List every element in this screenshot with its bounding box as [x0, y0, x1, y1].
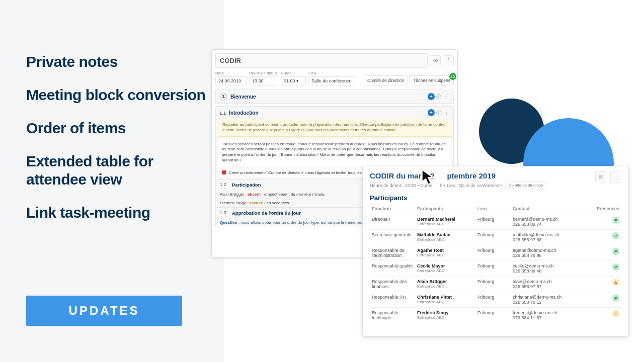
start-input[interactable]: 13:30	[249, 76, 278, 85]
paragraph-block[interactable]: Tous les services seront passés en revue…	[218, 139, 451, 166]
section-heading: Participants	[370, 194, 621, 202]
cell-contact: mathilde@demo-ms.ch026 658 97 88	[511, 230, 591, 245]
cell-participant: Alain BrüggerEntreprise ABC	[415, 277, 475, 292]
panel-subtitle: Heure de début : 13:30 • Durée	[370, 183, 433, 188]
feature-item: Extended table for attendee view	[26, 152, 207, 189]
cell-contact: bernard@demo-ms.ch026 658 88 74	[511, 214, 591, 230]
col-fonction: Fonction	[370, 204, 415, 214]
cell-lieu: Fribourg	[475, 277, 511, 292]
agenda-number: 1	[219, 93, 227, 101]
task-status-icon	[222, 170, 226, 174]
pending-count-badge: 10	[449, 73, 456, 80]
more-icon[interactable]: ⋮	[444, 94, 450, 100]
cell-presence: P	[591, 214, 621, 230]
presence-badge: P	[612, 217, 619, 224]
add-block-button[interactable]: +	[428, 93, 435, 100]
meeting-title-input[interactable]: CODIR	[215, 53, 428, 68]
more-icon[interactable]: ⋮	[610, 171, 621, 183]
cell-presence: A	[591, 277, 621, 292]
cell-fonction: Directeur	[370, 214, 415, 230]
agenda-title[interactable]: Participation	[232, 182, 261, 188]
more-icon[interactable]: ⋮	[443, 55, 454, 66]
cell-presence: P	[591, 292, 621, 308]
cell-participant: Cécile MayorEntreprise ABC	[415, 261, 475, 277]
status-absent: absent	[248, 192, 261, 197]
cell-lieu: Fribourg	[475, 308, 511, 323]
panel-title: CODIR du mardi 2..septembre 2019	[370, 171, 593, 180]
col-participants: Participants	[415, 204, 475, 214]
feature-item: Order of items	[26, 119, 207, 137]
table-row[interactable]: Responsable qualité Cécile MayorEntrepri…	[370, 261, 621, 277]
duration-label: Durée	[281, 71, 306, 75]
cell-contact: alain@demo-ms.ch026 658 97 87	[511, 277, 591, 292]
agenda-title[interactable]: Bienvenue	[230, 94, 425, 100]
table-row[interactable]: Responsable technique Frédéric SingyEntr…	[370, 308, 621, 323]
committee-chip[interactable]: Comité de direction	[364, 75, 408, 85]
presence-badge: E	[612, 310, 619, 317]
add-block-button[interactable]: +	[428, 109, 435, 116]
cell-contact: cecile@demo-ms.ch026 658 99 48	[511, 261, 591, 277]
table-row[interactable]: Directeur Bernard MacherelEntreprise ABC…	[370, 214, 621, 230]
cell-participant: Bernard MacherelEntreprise ABC	[415, 214, 475, 230]
presence-badge: P	[612, 232, 619, 239]
feature-list: Private notes Meeting block conversion O…	[26, 53, 207, 237]
cell-fonction: Responsable RH	[370, 292, 415, 308]
location-input[interactable]: Salle de conférence	[308, 76, 356, 85]
start-label: Heure de début	[249, 71, 278, 75]
table-row[interactable]: Secrétaire générale Mathilde SudanEntrep…	[370, 230, 621, 245]
cell-presence: P	[591, 230, 621, 245]
committee-chip[interactable]: Comité de direction	[505, 182, 547, 189]
table-row[interactable]: Responsable des finances Alain BrüggerEn…	[370, 277, 621, 292]
feature-item: Meeting block conversion	[26, 86, 207, 104]
agenda-number: 1.1	[219, 110, 226, 116]
question-label: Question	[220, 220, 237, 225]
cell-presence: P	[591, 245, 621, 261]
cell-fonction: Responsable de l'administration	[370, 245, 415, 261]
panel-subtitle: h • Lieu : Salle de conférence •	[440, 183, 502, 188]
agenda-number: 1.2	[220, 182, 229, 187]
info-icon[interactable]: ⓘ	[436, 94, 442, 100]
pending-tasks-chip[interactable]: Tâches en suspens 10	[410, 75, 454, 85]
participants-panel: CODIR du mardi 2..septembre 2019 Heure d…	[362, 166, 629, 337]
agenda-title[interactable]: Approbation de l'ordre du jour	[232, 210, 301, 216]
col-contact: Contact	[511, 204, 591, 214]
col-lieu: Lieu	[475, 204, 511, 214]
info-icon[interactable]: ⓘ	[436, 110, 442, 116]
presence-badge: P	[612, 263, 619, 270]
mail-icon[interactable]: ✉	[430, 55, 441, 66]
participants-table: Fonction Participants Lieu Contact Prése…	[370, 204, 621, 323]
more-icon[interactable]: ⋮	[444, 110, 450, 116]
cell-fonction: Responsable technique	[370, 308, 415, 323]
cell-presence: E	[591, 308, 621, 323]
cell-lieu: Fribourg	[475, 261, 511, 277]
date-label: Date	[215, 71, 247, 75]
cell-contact: christiane@demo-ms.ch026 658 78 12	[511, 292, 591, 308]
table-row[interactable]: Responsable de l'administration Agathe R…	[370, 245, 621, 261]
col-presences: Présences	[591, 204, 621, 214]
agenda-number: 1.3	[220, 210, 229, 215]
pending-tasks-label: Tâches en suspens	[413, 78, 450, 83]
task-text: Créer un événement "Comité de direction"…	[229, 170, 383, 175]
location-label: Lieu	[308, 71, 356, 75]
highlight-paragraph[interactable]: Rappeler au participant comment procéder…	[218, 119, 451, 137]
cell-fonction: Responsable des finances	[370, 277, 415, 292]
cell-lieu: Fribourg	[475, 230, 511, 245]
cell-participant: Mathilde SudanEntreprise ABC	[415, 230, 475, 245]
status-excused: excusé	[249, 201, 263, 205]
cell-lieu: Fribourg	[475, 292, 511, 308]
duration-select[interactable]: 01:00 ▾	[281, 76, 306, 85]
presence-badge: P	[612, 295, 619, 302]
cell-participant: Frédéric SingyEntreprise ABC	[415, 308, 475, 323]
mail-icon[interactable]: ✉	[595, 171, 606, 183]
feature-item: Private notes	[26, 53, 207, 71]
cell-contact: agathe@demo-ms.ch026 658 78 98	[511, 245, 591, 261]
cell-participant: Christiane PittetEntreprise ABC	[415, 292, 475, 308]
table-row[interactable]: Responsable RH Christiane PittetEntrepri…	[370, 292, 621, 308]
agenda-title[interactable]: Introduction	[229, 110, 425, 116]
feature-item: Link task-meeting	[26, 204, 207, 222]
cell-fonction: Secrétaire générale	[370, 230, 415, 245]
cell-lieu: Fribourg	[475, 245, 511, 261]
presence-badge: A	[612, 279, 619, 286]
date-input[interactable]: 24.09.2019	[215, 76, 247, 85]
updates-button[interactable]: UPDATES	[26, 296, 182, 326]
